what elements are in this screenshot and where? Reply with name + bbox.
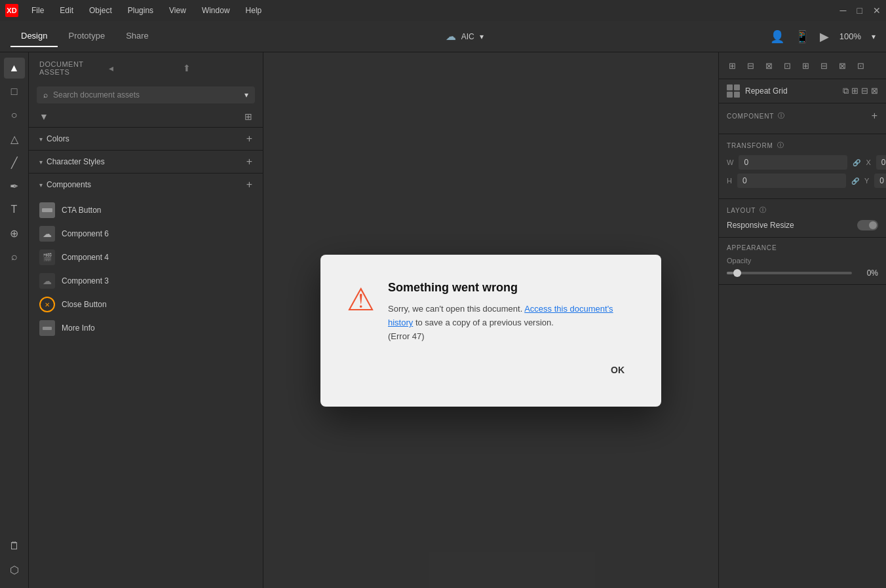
character-styles-chevron-icon: ▾ [39, 158, 43, 166]
w-input[interactable] [739, 155, 847, 170]
align-right-icon[interactable]: ⊠ [761, 58, 777, 73]
component-thumb-component4: 🎬 [39, 249, 55, 265]
component-item-cta-button[interactable]: CTA Button [34, 198, 258, 222]
components-section-title: Components [47, 180, 246, 189]
zoom-dropdown-icon[interactable]: ▾ [872, 32, 876, 41]
repeat-grid-action4-icon[interactable]: ⊠ [871, 86, 878, 96]
opacity-label: Opacity [727, 257, 751, 265]
component-tool[interactable]: ⊕ [4, 223, 25, 244]
add-character-style-button[interactable]: + [246, 156, 252, 168]
plugins-tool[interactable]: ⚙ [4, 583, 25, 588]
component-thumb-cta-button [39, 202, 55, 218]
dialog-footer: OK [347, 359, 635, 380]
filter-icon[interactable]: ▼ [39, 111, 48, 122]
h-input[interactable] [737, 174, 846, 188]
assets-title: Document Assets [39, 60, 109, 76]
repeat-grid-action2-icon[interactable]: ⊞ [851, 86, 858, 96]
character-styles-header[interactable]: ▾ Character Styles + [29, 151, 263, 173]
component-right-section: COMPONENT ⓘ + [719, 103, 886, 134]
search-bar: ⌕ ▾ [37, 86, 255, 103]
play-icon[interactable]: ▶ [820, 29, 829, 44]
main-tabs: Design Prototype Share [10, 26, 159, 47]
top-bar: Design Prototype Share ☁ AIC ▾ 👤 📱 ▶ 100… [0, 21, 886, 52]
ellipse-tool[interactable]: ○ [4, 105, 25, 126]
y-input[interactable] [874, 174, 886, 188]
align-bottom-icon[interactable]: ⊟ [816, 58, 832, 73]
distribute-h-icon[interactable]: ⊠ [834, 58, 850, 73]
minimize-button[interactable]: ─ [840, 5, 847, 16]
top-center: ☁ AIC ▾ [159, 30, 770, 43]
menu-edit[interactable]: Edit [57, 5, 76, 16]
rectangle-tool[interactable]: □ [4, 81, 25, 102]
main-body: ▲ □ ○ △ ╱ ✒ T ⊕ ⌕ 🗒 ⬡ ⚙ Document Assets … [0, 52, 886, 588]
menu-object[interactable]: Object [87, 5, 115, 16]
appearance-title-text: APPEARANCE [727, 244, 777, 251]
search-tool[interactable]: ⌕ [4, 246, 25, 267]
component-title-text: COMPONENT [727, 113, 774, 120]
align-top-icon[interactable]: ⊡ [779, 58, 795, 73]
close-button[interactable]: ✕ [873, 5, 881, 16]
tab-share[interactable]: Share [115, 26, 159, 47]
character-styles-section: ▾ Character Styles + [29, 150, 263, 173]
export-assets-icon[interactable]: ⬆ [183, 63, 252, 73]
menu-view[interactable]: View [166, 5, 189, 16]
maximize-button[interactable]: □ [857, 5, 862, 16]
menu-file[interactable]: File [29, 5, 47, 16]
grid-view-icon[interactable]: ⊞ [244, 111, 252, 122]
zoom-level[interactable]: 100% [839, 31, 861, 41]
search-input[interactable] [53, 90, 239, 100]
device-icon[interactable]: 📱 [795, 29, 809, 44]
component-info-icon[interactable]: ⓘ [778, 111, 785, 120]
collapse-assets-icon[interactable]: ◂ [109, 63, 178, 73]
error-dialog: ⚠ Something went wrong Sorry, we can't o… [320, 255, 661, 406]
dropdown-icon[interactable]: ▾ [480, 32, 484, 41]
transform-info-icon[interactable]: ⓘ [777, 141, 784, 150]
component-item-close-button[interactable]: ✕ Close Button [34, 293, 258, 316]
canvas-area[interactable]: ⚠ Something went wrong Sorry, we can't o… [263, 52, 718, 588]
align-left-icon[interactable]: ⊞ [724, 58, 740, 73]
colors-section-title: Colors [47, 134, 246, 143]
layout-info-icon[interactable]: ⓘ [760, 206, 767, 215]
add-component-button[interactable]: + [246, 179, 252, 191]
cloud-icon: ☁ [446, 30, 456, 43]
opacity-slider[interactable] [727, 272, 852, 274]
search-dropdown-icon[interactable]: ▾ [244, 90, 248, 100]
select-tool[interactable]: ▲ [4, 58, 25, 79]
colors-section-header[interactable]: ▾ Colors + [29, 128, 263, 150]
component-item-component6[interactable]: ☁ Component 6 [34, 222, 258, 246]
components-section-header[interactable]: ▾ Components + [29, 174, 263, 196]
user-icon[interactable]: 👤 [770, 29, 784, 44]
repeat-grid-copy-icon[interactable]: ⧉ [843, 86, 849, 96]
add-component-right-button[interactable]: + [872, 110, 878, 122]
component-label-component6: Component 6 [62, 229, 109, 238]
text-tool[interactable]: T [4, 199, 25, 220]
tab-design[interactable]: Design [10, 26, 58, 47]
dialog-ok-button[interactable]: OK [600, 359, 635, 380]
add-color-button[interactable]: + [246, 133, 252, 145]
tab-prototype[interactable]: Prototype [58, 26, 115, 47]
responsive-resize-toggle[interactable] [857, 220, 878, 230]
x-input[interactable] [876, 155, 886, 170]
layout-right-section: LAYOUT ⓘ Responsive Resize [719, 199, 886, 238]
assets-tool[interactable]: 🗒 [4, 536, 25, 557]
component-item-component3[interactable]: ☁ Component 3 [34, 269, 258, 293]
align-center-h-icon[interactable]: ⊟ [742, 58, 758, 73]
layers-tool[interactable]: ⬡ [4, 559, 25, 580]
menu-help[interactable]: Help [243, 5, 265, 16]
align-middle-v-icon[interactable]: ⊞ [798, 58, 813, 73]
pen-tool[interactable]: ✒ [4, 175, 25, 196]
repeat-grid-button[interactable]: Repeat Grid ⧉ ⊞ ⊟ ⊠ [719, 79, 886, 103]
filter-bar: ▼ ⊞ [29, 109, 263, 127]
assets-header: Document Assets ◂ ⬆ [29, 52, 263, 84]
opacity-handle[interactable] [733, 269, 741, 277]
component-item-component4[interactable]: 🎬 Component 4 [34, 246, 258, 269]
line-tool[interactable]: ╱ [4, 152, 25, 173]
menu-window[interactable]: Window [199, 5, 233, 16]
triangle-tool[interactable]: △ [4, 128, 25, 149]
component-item-more-info[interactable]: More Info [34, 316, 258, 340]
menu-plugins[interactable]: Plugins [125, 5, 156, 16]
distribute-v-icon[interactable]: ⊡ [853, 58, 868, 73]
dialog-overlay: ⚠ Something went wrong Sorry, we can't o… [263, 52, 718, 588]
repeat-grid-action3-icon[interactable]: ⊟ [861, 86, 868, 96]
dialog-title: Something went wrong [388, 281, 635, 295]
